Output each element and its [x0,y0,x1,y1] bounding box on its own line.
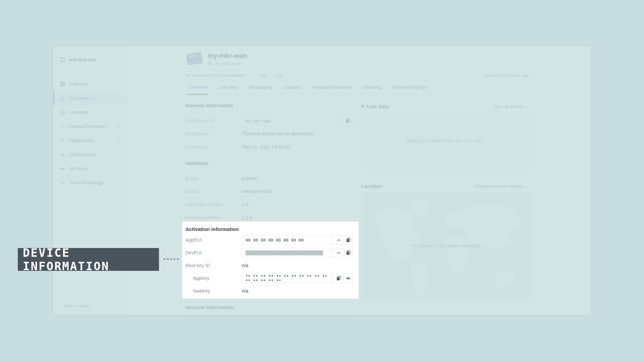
last-seen-status-dot [187,74,189,76]
no-location-text: No location information available [361,243,529,248]
copy-button[interactable] [343,248,353,257]
activation-information-section: Activation information AppEUI 00 00 00 0… [182,222,359,299]
dev-eui-input[interactable] [242,248,332,257]
firmware-version-value: 1.2.0 [242,215,252,220]
overview-icon [60,82,65,87]
dev-eui-label: DevEUI [185,250,242,255]
created-at-label: Created at [185,144,242,149]
section-heading: Hardware [185,160,353,169]
hide-sidebar-button[interactable]: ‹ Hide sidebar [53,296,127,315]
tab-claiming[interactable]: Claiming [362,82,382,95]
copy-button[interactable] [343,116,353,125]
sidebar-item-general-settings[interactable]: General settings [53,176,127,190]
byte-format-toggle-button[interactable]: <> [334,236,343,244]
status-row: Last seen info unavailable ↑ n/a ↓ n/a C… [187,73,529,78]
brand-value: arduino [242,176,258,181]
application-name: ard-lora-test [69,57,97,62]
device-id-line: ID: my-mkr-wan [208,61,247,66]
change-location-settings-link[interactable]: Change location settings → [474,184,529,189]
app-eui-label: AppEUI [185,237,242,243]
hardware-section: Hardware Brand arduino Model mkr-wan-131… [185,160,353,222]
gear-icon [60,180,65,185]
hide-sidebar-label: Hide sidebar [65,303,90,308]
device-header: my-mkr-wan ID: my-mkr-wan Last seen info… [127,46,590,95]
copy-icon [346,250,351,255]
sidebar-item-label: End devices [69,96,95,101]
key-icon [60,166,65,171]
sidebar-item-label: Integrations [69,138,94,143]
description-label: Description [185,131,242,136]
sidebar-item-label: General settings [69,180,103,185]
sidebar-item-api-keys[interactable]: API keys [53,162,127,176]
app-key-label: AppKey [185,276,242,281]
created-at-value: May 21, 2021 14:41:15 [242,144,290,149]
downlink-count: ↓ n/a [272,73,282,78]
chevron-down-icon [117,124,120,129]
session-information-section: Session information [185,304,353,318]
widget-heading: Location [361,183,382,189]
byte-format-toggle-button[interactable]: <> [334,248,343,257]
device-id-label: ID: [208,61,214,66]
tab-general-settings[interactable]: General settings [392,82,428,95]
device-id-value: my-mkr-wan [215,61,240,66]
copy-button[interactable] [334,274,343,283]
chevron-down-icon [117,138,120,143]
sidebar-item-payload-formatters[interactable]: <> Payload formatters [53,119,127,133]
waiting-device-id: my-mkr-wan… [457,138,484,143]
section-heading: Session information [185,304,353,313]
hardware-version-label: Hardware version [185,202,242,207]
copy-icon [346,238,351,242]
location-widget: Location Change location settings → [361,182,529,299]
root-key-id-value: n/a [242,263,248,268]
model-value: mkr-wan-1310 [242,189,272,194]
app-key-input-group: •• •• •• •• •• •• •• •• •• •• •• •• •• •… [242,274,353,283]
root-key-id-label: Root key ID [185,263,242,268]
model-label: Model [185,189,242,194]
code-icon: <> [60,124,64,129]
tab-overview[interactable]: Overview [187,82,208,95]
sidebar-item-label: Overview [69,81,89,87]
redacted-value [246,250,323,255]
tab-location[interactable]: Location [282,82,302,95]
end-devices-icon [60,96,65,101]
copy-icon [346,118,350,123]
created-timestamp: Created 2 minutes ago [483,73,529,78]
eye-icon [346,276,351,281]
tab-payload-formatters[interactable]: Payload formatters [312,82,353,95]
end-device-id-input[interactable]: my-mkr-wan [242,116,343,125]
section-heading: General information [185,103,353,111]
console-window: ard-lora-test Overview End devices Live … [53,46,590,315]
chevron-left-icon: ‹ [60,303,62,308]
see-all-activity-link[interactable]: See all activity → [494,104,529,109]
end-device-id-input-group: my-mkr-wan [242,116,353,125]
page-title: my-mkr-wan [208,52,247,60]
sidebar-nav: Overview End devices Live data <> Payloa… [53,77,127,190]
app-eui-input-group: 00 00 00 00 00 00 00 00 <> [242,235,353,245]
sidebar-item-live-data[interactable]: Live data [53,105,127,119]
description-value: This end device has no description [242,131,314,136]
sidebar-item-collaborators[interactable]: Collaborators [53,147,127,162]
live-data-panel: Waiting for events from my-mkr-wan… [361,113,529,169]
app-key-input[interactable]: •• •• •• •• •• •• •• •• •• •• •• •• •• •… [242,274,332,283]
app-eui-input[interactable]: 00 00 00 00 00 00 00 00 [242,235,332,245]
application-icon [60,57,65,62]
tab-live-data[interactable]: Live data [218,82,238,95]
reveal-button[interactable] [343,274,353,283]
up-arrow-icon: ↑ [256,73,259,78]
annotation-label: DEVICE INFORMATION [18,248,159,271]
sidebar-item-label: Collaborators [69,152,97,157]
dev-eui-input-group: <> [242,248,353,257]
live-data-icon [60,110,65,115]
annotation-connector-line [163,259,179,259]
sidebar-item-overview[interactable]: Overview [53,77,127,91]
main-content: my-mkr-wan ID: my-mkr-wan Last seen info… [127,46,590,315]
tab-messaging[interactable]: Messaging [248,82,272,95]
down-arrow-icon: ↓ [272,73,274,78]
sidebar-item-end-devices[interactable]: End devices [53,91,127,105]
sidebar-item-integrations[interactable]: Integrations [53,133,127,147]
integrations-icon [60,138,65,143]
nwk-key-label: NwkKey [185,288,242,294]
application-selector[interactable]: ard-lora-test [53,46,127,73]
copy-button[interactable] [343,236,353,244]
left-column: General information End device ID my-mkr… [185,103,353,231]
